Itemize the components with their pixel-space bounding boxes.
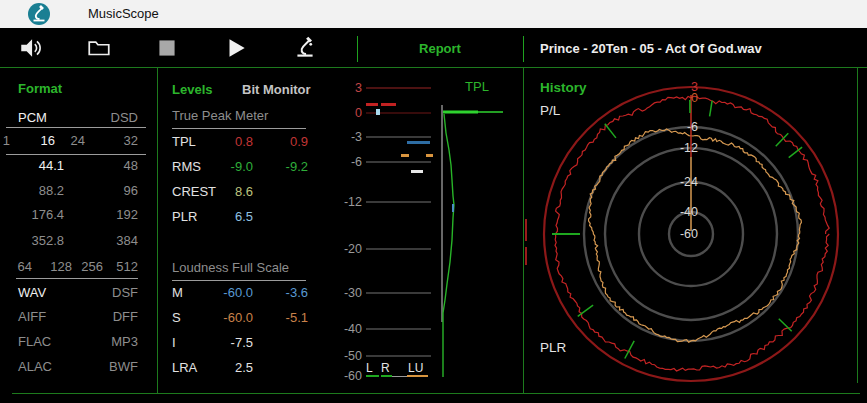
speaker-icon [18, 35, 44, 61]
format-row: 352.8384 [0, 233, 157, 249]
format-cell: PCM [18, 110, 47, 125]
format-rule [16, 278, 138, 279]
meter-tick-label: -6 [351, 155, 362, 169]
meter-tick-label: -40 [344, 322, 362, 336]
window-titlebar[interactable]: MusicScope [0, 0, 867, 28]
meter-channel-segment [366, 375, 379, 377]
stop-icon [154, 35, 180, 61]
format-row: 88.296 [0, 183, 157, 199]
format-cell: DSD [93, 110, 138, 125]
meter-tick-label: -60 [344, 369, 362, 383]
levels-value: -7.5 [210, 335, 253, 350]
meter-channel-segment [407, 375, 428, 377]
report-button[interactable]: Report [357, 41, 523, 56]
bottom-border [12, 393, 860, 394]
format-row: FLACMP3 [0, 334, 157, 350]
format-cell: 48 [93, 158, 138, 173]
history-db-label: -40 [680, 205, 698, 219]
levels-section-title: Loudness Full Scale [172, 260, 289, 275]
format-row: WAVDSF [0, 285, 157, 301]
levels-row-label: LRA [172, 360, 197, 375]
filename-display: Prince - 20Ten - 05 - Act Of God.wav [540, 41, 762, 56]
meter-mark [366, 103, 378, 106]
format-row: ALACBWF [0, 359, 157, 375]
levels-row: LRA2.5 [158, 360, 323, 376]
tpl-history-graph: TPL [437, 68, 523, 393]
levels-value: 2.5 [210, 360, 253, 375]
levels-panel: Levels Bit Monitor True Peak MeterTPL0.8… [158, 68, 323, 393]
meter-channel-label: R [381, 361, 390, 375]
meter-tick-label: 3 [355, 81, 362, 95]
format-row: 44.148 [0, 158, 157, 174]
microscope-icon [292, 35, 318, 61]
meter-channel-label: L [366, 361, 373, 375]
format-cell: 32 [102, 133, 138, 148]
history-event-tick [605, 124, 616, 138]
levels-row-label: TPL [172, 134, 196, 149]
levels-row-label: S [172, 310, 181, 325]
levels-rule [172, 128, 306, 129]
meter-tick-label: -50 [344, 349, 362, 363]
levels-value: -3.6 [264, 285, 308, 300]
tpl-curve [443, 114, 454, 377]
toolbar-divider [523, 36, 524, 62]
stop-button[interactable] [154, 35, 180, 61]
format-row: 176.4192 [0, 207, 157, 223]
meter-channel-label: LU [408, 361, 423, 375]
panel-divider [857, 68, 858, 383]
format-cell: 192 [93, 207, 138, 222]
history-event-tick [625, 341, 634, 359]
levels-rule [172, 280, 306, 281]
volume-button[interactable] [18, 35, 44, 61]
format-rule [6, 154, 146, 155]
musicscope-logo-icon [27, 2, 51, 26]
play-button[interactable] [223, 35, 249, 61]
format-cell: MP3 [93, 334, 138, 349]
levels-value: -60.0 [210, 310, 253, 325]
window-title: MusicScope [88, 6, 159, 21]
history-plr-label: PLR [540, 340, 567, 355]
history-event-tick [710, 101, 713, 117]
tab-levels[interactable]: Levels [172, 82, 212, 97]
format-rule [6, 127, 146, 128]
history-pl-label: P/L [540, 103, 561, 118]
play-icon [223, 35, 249, 61]
format-row: PCMDSD [0, 110, 157, 126]
meter-channel-segment [381, 375, 392, 377]
history-db-label: -12 [680, 141, 698, 155]
folder-icon [86, 35, 112, 61]
meter-tick-label: -20 [344, 242, 362, 256]
open-file-button[interactable] [86, 35, 112, 61]
format-cell: 1 [0, 133, 10, 148]
levels-value: 8.6 [210, 184, 253, 199]
toolbar: Report Prince - 20Ten - 05 - Act Of God.… [0, 28, 867, 67]
history-polar-display: 30-6-12-24-40-60HistoryP/LPLR [524, 68, 857, 393]
format-cell: 176.4 [14, 207, 64, 222]
tab-bit-monitor[interactable]: Bit Monitor [242, 82, 311, 97]
format-cell: DSF [93, 285, 138, 300]
levels-row-label: M [172, 285, 183, 300]
levels-value: 0.8 [210, 134, 253, 149]
tpl-title: TPL [465, 79, 489, 94]
format-cell: BWF [93, 359, 138, 374]
content-area: Format PCMDSD116243244.14888.296176.4192… [0, 68, 867, 403]
history-event-tick [578, 305, 593, 316]
levels-row: S-60.0-5.1 [158, 310, 323, 326]
format-cell: FLAC [18, 334, 51, 349]
levels-row: TPL0.80.9 [158, 134, 323, 150]
levels-value: -9.2 [264, 159, 308, 174]
format-cell: WAV [18, 285, 46, 300]
meter-mark [376, 109, 380, 115]
meter-tick-label: -3 [351, 130, 362, 144]
levels-row-label: I [172, 335, 176, 350]
analyze-button[interactable] [292, 35, 318, 61]
format-row: 64128256512 [0, 259, 157, 275]
format-cell: 512 [102, 259, 138, 274]
levels-value: 0.9 [264, 134, 308, 149]
meter-mark [392, 376, 407, 377]
level-meter: 30-3-6-12-20-30-40-50-60LRLU [320, 68, 437, 393]
meter-tick-label: 0 [355, 106, 362, 120]
format-cell: 96 [93, 183, 138, 198]
levels-value: 6.5 [210, 209, 253, 224]
format-cell: 44.1 [14, 158, 64, 173]
